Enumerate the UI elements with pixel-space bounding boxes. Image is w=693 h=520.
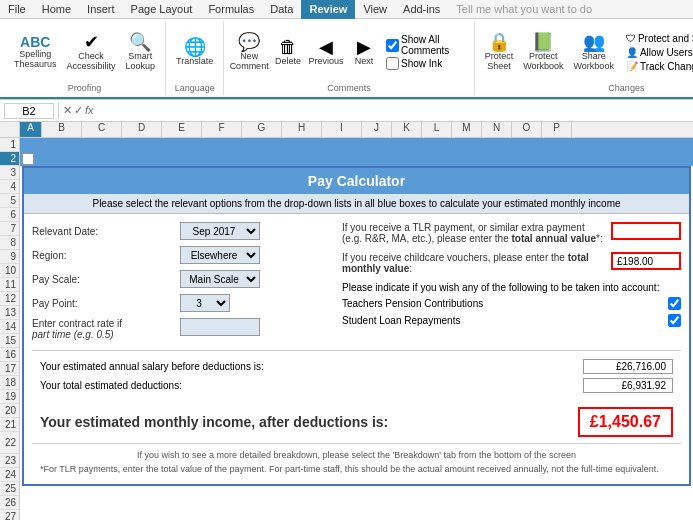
insert-function-icon[interactable]: fx — [85, 104, 94, 117]
col-header-p[interactable]: P — [542, 122, 572, 137]
protect-workbook-icon: 📗 — [532, 33, 554, 51]
small-cell-b2[interactable] — [22, 153, 34, 165]
ribbon-group-changes: 🔒 Protect Sheet 📗 Protect Workbook 👥 Sha… — [475, 21, 693, 95]
row-header-11[interactable]: 11 — [0, 278, 19, 292]
formula-input[interactable] — [98, 104, 689, 118]
col-header-o[interactable]: O — [512, 122, 542, 137]
show-all-comments-checkbox-row[interactable]: Show All Comments — [386, 34, 466, 56]
row-header-2[interactable]: 2 — [0, 152, 19, 166]
col-header-j[interactable]: J — [362, 122, 392, 137]
col-header-h[interactable]: H — [282, 122, 322, 137]
row-header-15[interactable]: 15 — [0, 334, 19, 348]
cancel-formula-icon[interactable]: ✕ — [63, 104, 72, 117]
row-header-4[interactable]: 4 — [0, 180, 19, 194]
pay-point-label: Pay Point: — [32, 298, 172, 309]
col-header-l[interactable]: L — [422, 122, 452, 137]
show-ink-checkbox[interactable] — [386, 57, 399, 70]
pay-scale-select[interactable]: Main Scale — [180, 270, 260, 288]
col-header-m[interactable]: M — [452, 122, 482, 137]
region-select[interactable]: Elsewhere — [180, 246, 260, 264]
allow-users-button[interactable]: 👤 Allow Users to Edit Ranges — [622, 46, 693, 59]
row-header-24[interactable]: 24 — [0, 468, 19, 482]
row-header-8[interactable]: 8 — [0, 236, 19, 250]
tab-page-layout[interactable]: Page Layout — [123, 0, 201, 18]
col-header-a[interactable]: A — [20, 122, 42, 137]
relevant-date-select[interactable]: Sep 2017 — [180, 222, 260, 240]
row-header-20[interactable]: 20 — [0, 404, 19, 418]
contract-rate-row: Enter contract rate if part time (e.g. 0… — [32, 318, 332, 340]
row-header-7[interactable]: 7 — [0, 222, 19, 236]
relevant-date-label: Relevant Date: — [32, 226, 172, 237]
row-header-12[interactable]: 12 — [0, 292, 19, 306]
tab-tell-me[interactable]: Tell me what you want to do — [448, 0, 693, 18]
col-header-f[interactable]: F — [202, 122, 242, 137]
language-group-label: Language — [175, 81, 215, 93]
col-header-n[interactable]: N — [482, 122, 512, 137]
translate-button[interactable]: 🌐 Translate — [172, 36, 217, 68]
row-header-6[interactable]: 6 — [0, 208, 19, 222]
protect-workbook-button[interactable]: 📗 Protect Workbook — [519, 31, 567, 73]
col-header-e[interactable]: E — [162, 122, 202, 137]
row-header-13[interactable]: 13 — [0, 306, 19, 320]
row-header-14[interactable]: 14 — [0, 320, 19, 334]
row-header-9[interactable]: 9 — [0, 250, 19, 264]
track-changes-button[interactable]: 📝 Track Changes ▾ — [622, 60, 693, 73]
show-ink-checkbox-row[interactable]: Show Ink — [386, 57, 466, 70]
translate-label: Translate — [176, 56, 213, 66]
tab-data[interactable]: Data — [262, 0, 301, 18]
tab-view[interactable]: View — [355, 0, 395, 18]
col-header-c[interactable]: C — [82, 122, 122, 137]
pay-point-select[interactable]: 3 — [180, 294, 230, 312]
row-header-18[interactable]: 18 — [0, 376, 19, 390]
row-header-1[interactable]: 1 — [0, 138, 19, 152]
tab-add-ins[interactable]: Add-ins — [395, 0, 448, 18]
pension-contributions-checkbox[interactable] — [668, 297, 681, 310]
row-header-3[interactable]: 3 — [0, 166, 19, 180]
row-header-22[interactable]: 22 — [0, 432, 19, 454]
row-header-26[interactable]: 26 — [0, 496, 19, 510]
tlr-input[interactable] — [611, 222, 681, 240]
row-header-10[interactable]: 10 — [0, 264, 19, 278]
row-header-23[interactable]: 23 — [0, 454, 19, 468]
delete-comment-button[interactable]: 🗑 Delete — [270, 36, 306, 68]
tab-insert[interactable]: Insert — [79, 0, 123, 18]
show-all-comments-checkbox[interactable] — [386, 39, 399, 52]
new-comment-button[interactable]: 💬 New Comment — [230, 31, 268, 73]
row-header-27[interactable]: 27 — [0, 510, 19, 520]
protect-share-workbook-button[interactable]: 🛡 Protect and Share Workbook — [622, 32, 693, 45]
row-header-5[interactable]: 5 — [0, 194, 19, 208]
contract-rate-input[interactable] — [180, 318, 260, 336]
delete-icon: 🗑 — [279, 38, 297, 56]
track-changes-icon: 📝 — [626, 61, 638, 72]
sheet-body: 1 2 3 4 5 6 7 8 9 10 11 12 13 14 15 16 1… — [0, 138, 693, 520]
spelling-button[interactable]: ABC Spelling Thesaurus — [10, 33, 61, 71]
check-accessibility-button[interactable]: ✔ Check Accessibility — [63, 31, 120, 73]
next-comment-button[interactable]: ▶ Next — [346, 36, 382, 68]
col-header-g[interactable]: G — [242, 122, 282, 137]
enter-formula-icon[interactable]: ✓ — [74, 104, 83, 117]
thesaurus-label: Thesaurus — [14, 59, 57, 69]
pension-label-row: Please indicate if you wish any of the f… — [342, 282, 681, 293]
row-header-19[interactable]: 19 — [0, 390, 19, 404]
col-header-i[interactable]: I — [322, 122, 362, 137]
cell-reference-input[interactable] — [4, 103, 54, 119]
childcare-input[interactable] — [611, 252, 681, 270]
previous-comment-button[interactable]: ◀ Previous — [308, 36, 344, 68]
row-header-17[interactable]: 17 — [0, 362, 19, 376]
col-header-k[interactable]: K — [392, 122, 422, 137]
student-loan-checkbox[interactable] — [668, 314, 681, 327]
tab-home[interactable]: Home — [34, 0, 79, 18]
protect-sheet-button[interactable]: 🔒 Protect Sheet — [481, 31, 518, 73]
col-header-b[interactable]: B — [42, 122, 82, 137]
smart-lookup-button[interactable]: 🔍 Smart Lookup — [122, 31, 160, 73]
row-header-21[interactable]: 21 — [0, 418, 19, 432]
new-comment-icon: 💬 — [238, 33, 260, 51]
row-header-16[interactable]: 16 — [0, 348, 19, 362]
check-icon: ✔ — [84, 33, 99, 51]
tab-review[interactable]: Review — [301, 0, 355, 19]
tab-file[interactable]: File — [0, 0, 34, 18]
col-header-d[interactable]: D — [122, 122, 162, 137]
share-workbook-button[interactable]: 👥 Share Workbook — [570, 31, 618, 73]
tab-formulas[interactable]: Formulas — [200, 0, 262, 18]
row-header-25[interactable]: 25 — [0, 482, 19, 496]
